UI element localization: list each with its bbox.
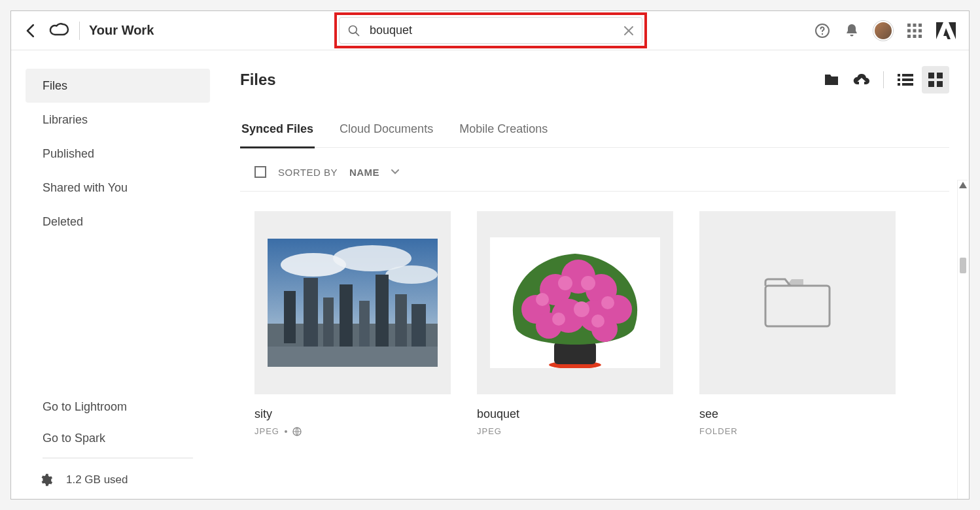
svg-rect-21 [902,78,913,81]
sidebar-item-label: Shared with You [43,181,128,195]
svg-marker-16 [949,22,956,39]
vertical-scrollbar[interactable] [957,180,968,499]
svg-rect-61 [765,286,830,326]
svg-rect-18 [898,74,900,76]
divider [43,458,193,458]
svg-point-60 [591,314,604,328]
sidebar-item-shared[interactable]: Shared with You [26,171,210,205]
tab-label: Cloud Documents [340,122,433,135]
globe-icon [292,427,302,436]
sidebar-item-published[interactable]: Published [26,137,210,171]
svg-rect-34 [304,278,318,350]
svg-rect-7 [913,24,917,27]
grid-view-button[interactable] [922,66,949,94]
image-thumbnail [268,239,438,367]
scroll-up-icon[interactable] [959,182,967,188]
sidebar-link-spark[interactable]: Go to Spark [26,422,210,454]
grid-view-icon [928,73,943,87]
file-card[interactable]: bouquet JPEG [477,211,673,436]
file-name: sity [254,407,451,421]
file-card[interactable]: sity JPEG [254,211,451,436]
svg-rect-6 [907,24,911,27]
folder-icon [824,73,839,86]
chevron-down-icon[interactable] [391,169,399,175]
tab-mobile-creations[interactable]: Mobile Creations [458,122,549,147]
svg-rect-22 [898,83,900,86]
svg-rect-27 [937,81,943,87]
bell-icon[interactable] [845,23,859,39]
svg-rect-39 [395,294,407,353]
file-type: FOLDER [699,426,738,436]
svg-point-5 [822,33,823,35]
storage-label: 1.2 GB used [66,473,128,486]
gear-icon[interactable] [39,473,53,487]
svg-rect-9 [907,29,911,33]
tab-label: Synced Files [241,122,313,135]
section-title: Files [240,71,276,89]
upload-button[interactable] [848,66,875,94]
list-view-icon [898,74,913,86]
svg-rect-11 [919,29,922,33]
sidebar-item-label: Libraries [43,113,88,127]
select-all-checkbox[interactable] [254,166,266,178]
svg-rect-44 [554,342,596,364]
svg-rect-14 [919,35,922,38]
svg-point-54 [536,293,549,306]
svg-rect-36 [340,284,353,350]
svg-marker-62 [959,182,967,188]
svg-rect-37 [359,301,370,353]
scrollbar-thumb[interactable] [960,258,966,273]
file-thumbnail[interactable] [477,211,673,394]
tab-synced-files[interactable]: Synced Files [240,122,315,148]
file-type: JPEG [254,426,279,436]
svg-rect-20 [898,78,900,81]
new-folder-button[interactable] [818,66,845,94]
search-highlight [334,12,647,48]
divider [79,22,80,40]
file-name: bouquet [477,407,673,421]
list-view-button[interactable] [892,66,919,94]
back-button[interactable] [23,23,39,39]
folder-icon [761,274,833,332]
file-thumbnail[interactable] [254,211,451,394]
svg-marker-15 [936,22,943,39]
sidebar-link-lightroom[interactable]: Go to Lightroom [26,391,210,422]
cloud-upload-icon [852,73,871,87]
sort-prefix: SORTED BY [278,167,338,178]
svg-rect-8 [919,24,922,27]
svg-rect-12 [907,35,911,38]
sidebar-item-deleted[interactable]: Deleted [26,205,210,239]
sort-value[interactable]: NAME [349,167,379,178]
help-icon[interactable] [814,23,830,39]
tab-cloud-documents[interactable]: Cloud Documents [338,122,434,147]
sidebar-item-files[interactable]: Files [26,69,210,103]
divider [883,71,884,88]
sidebar-item-label: Published [43,147,94,161]
search-icon [347,24,360,37]
search-input[interactable] [368,23,623,38]
svg-rect-38 [376,275,389,353]
svg-point-55 [558,276,572,290]
svg-rect-41 [268,347,438,367]
adobe-logo-icon[interactable] [936,22,956,39]
tab-label: Mobile Creations [459,122,548,135]
sidebar-item-libraries[interactable]: Libraries [26,103,210,137]
svg-rect-35 [323,298,334,350]
svg-point-58 [574,301,589,317]
svg-rect-25 [937,73,943,78]
file-thumbnail[interactable] [699,211,896,394]
svg-rect-10 [913,29,917,33]
file-type: JPEG [477,426,502,436]
svg-rect-13 [913,35,917,38]
clear-search-icon[interactable] [623,26,634,36]
sidebar-link-label: Go to Lightroom [43,400,127,414]
avatar[interactable] [873,21,893,41]
sidebar-item-label: Files [43,79,67,93]
sidebar-link-label: Go to Spark [43,432,105,445]
apps-grid-icon[interactable] [907,24,922,38]
svg-point-31 [385,265,438,284]
file-card[interactable]: see FOLDER [699,211,896,436]
sidebar-item-label: Deleted [43,215,83,229]
svg-rect-26 [928,81,934,87]
svg-rect-19 [902,74,913,76]
